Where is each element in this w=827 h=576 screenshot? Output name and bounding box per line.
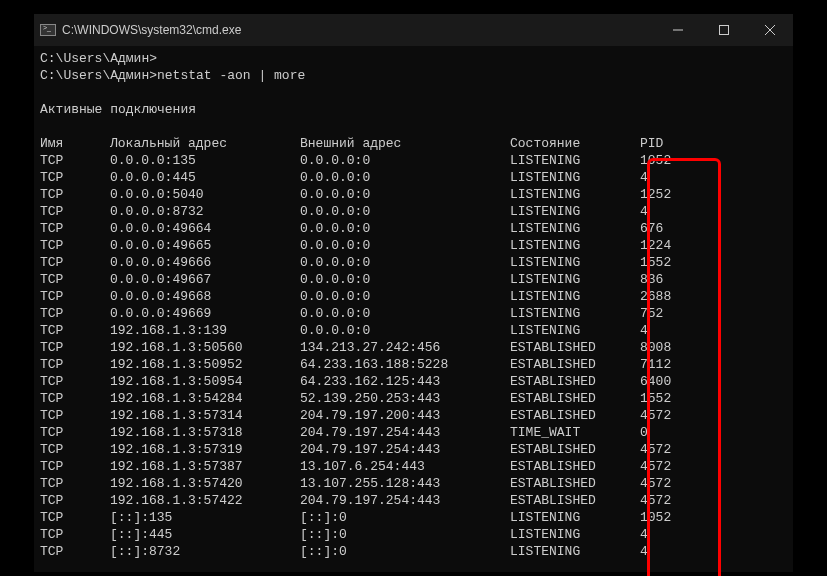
col-local: Локальный адрес [110, 135, 300, 152]
cell-pid: 4572 [640, 458, 700, 475]
table-row: TCP192.168.1.3:57314204.79.197.200:443ES… [40, 407, 787, 424]
cell-pid: 6400 [640, 373, 700, 390]
cell-pid: 8008 [640, 339, 700, 356]
cell-local: 0.0.0.0:8732 [110, 203, 300, 220]
cell-local: 0.0.0.0:445 [110, 169, 300, 186]
cell-local: 192.168.1.3:50560 [110, 339, 300, 356]
cell-pid: 4572 [640, 492, 700, 509]
table-row: TCP192.168.1.3:5095264.233.163.188:5228E… [40, 356, 787, 373]
cell-proto: TCP [40, 254, 110, 271]
cell-foreign: 0.0.0.0:0 [300, 203, 510, 220]
cell-foreign: 0.0.0.0:0 [300, 305, 510, 322]
cell-foreign: 0.0.0.0:0 [300, 288, 510, 305]
cell-foreign: 204.79.197.254:443 [300, 492, 510, 509]
cell-local: 0.0.0.0:49669 [110, 305, 300, 322]
cell-pid: 4 [640, 203, 700, 220]
table-row: TCP[::]:8732[::]:0LISTENING4 [40, 543, 787, 560]
close-button[interactable] [747, 14, 793, 46]
table-row: TCP192.168.1.3:57422204.79.197.254:443ES… [40, 492, 787, 509]
cell-pid: 4572 [640, 407, 700, 424]
table-row: TCP192.168.1.3:57318204.79.197.254:443TI… [40, 424, 787, 441]
cell-foreign: 13.107.255.128:443 [300, 475, 510, 492]
cell-pid: 1052 [640, 509, 700, 526]
table-row: TCP0.0.0.0:87320.0.0.0:0LISTENING4 [40, 203, 787, 220]
cell-proto: TCP [40, 475, 110, 492]
cell-local: 192.168.1.3:54284 [110, 390, 300, 407]
cell-local: 0.0.0.0:49666 [110, 254, 300, 271]
cell-proto: TCP [40, 407, 110, 424]
cell-local: 0.0.0.0:49664 [110, 220, 300, 237]
cell-proto: TCP [40, 152, 110, 169]
col-proto: Имя [40, 135, 110, 152]
cell-pid: 2688 [640, 288, 700, 305]
table-row: TCP192.168.1.3:5738713.107.6.254:443ESTA… [40, 458, 787, 475]
table-row: TCP0.0.0.0:4450.0.0.0:0LISTENING4 [40, 169, 787, 186]
cell-pid: 4 [640, 169, 700, 186]
cell-foreign: 13.107.6.254:443 [300, 458, 510, 475]
cell-local: 192.168.1.3:50952 [110, 356, 300, 373]
col-pid: PID [640, 135, 700, 152]
cell-state: LISTENING [510, 169, 640, 186]
table-row: TCP[::]:445[::]:0LISTENING4 [40, 526, 787, 543]
cell-state: LISTENING [510, 254, 640, 271]
cell-state: LISTENING [510, 543, 640, 560]
cell-pid: 0 [640, 424, 700, 441]
cell-proto: TCP [40, 424, 110, 441]
table-row: TCP0.0.0.0:496650.0.0.0:0LISTENING1224 [40, 237, 787, 254]
cell-state: ESTABLISHED [510, 339, 640, 356]
table-row: TCP[::]:135[::]:0LISTENING1052 [40, 509, 787, 526]
section-heading: Активные подключения [40, 101, 787, 118]
cell-proto: TCP [40, 458, 110, 475]
cell-state: LISTENING [510, 288, 640, 305]
cell-foreign: 0.0.0.0:0 [300, 220, 510, 237]
cell-local: 192.168.1.3:57314 [110, 407, 300, 424]
minimize-button[interactable] [655, 14, 701, 46]
cell-state: LISTENING [510, 322, 640, 339]
prompt-line: C:\Users\Админ> [40, 50, 787, 67]
cell-pid: 1552 [640, 254, 700, 271]
cell-pid: 7112 [640, 356, 700, 373]
cell-local: [::]:445 [110, 526, 300, 543]
cell-pid: 1224 [640, 237, 700, 254]
column-headers: ИмяЛокальный адресВнешний адресСостояние… [40, 135, 787, 152]
cell-local: 192.168.1.3:57387 [110, 458, 300, 475]
cell-proto: TCP [40, 339, 110, 356]
cell-pid: 4572 [640, 441, 700, 458]
cell-proto: TCP [40, 356, 110, 373]
table-row: TCP0.0.0.0:496680.0.0.0:0LISTENING2688 [40, 288, 787, 305]
col-foreign: Внешний адрес [300, 135, 510, 152]
cell-state: LISTENING [510, 186, 640, 203]
table-row: TCP192.168.1.3:1390.0.0.0:0LISTENING4 [40, 322, 787, 339]
cell-state: TIME_WAIT [510, 424, 640, 441]
cell-state: ESTABLISHED [510, 475, 640, 492]
cell-state: LISTENING [510, 237, 640, 254]
cell-local: 192.168.1.3:57422 [110, 492, 300, 509]
blank-line [40, 84, 787, 101]
table-row: TCP192.168.1.3:5095464.233.162.125:443ES… [40, 373, 787, 390]
cell-proto: TCP [40, 220, 110, 237]
cell-state: LISTENING [510, 203, 640, 220]
table-row: TCP0.0.0.0:496690.0.0.0:0LISTENING752 [40, 305, 787, 322]
cell-pid: 1552 [640, 390, 700, 407]
terminal-output[interactable]: C:\Users\Админ> C:\Users\Админ>netstat -… [34, 46, 793, 572]
cell-pid: 1252 [640, 186, 700, 203]
cell-foreign: 0.0.0.0:0 [300, 152, 510, 169]
cell-foreign: [::]:0 [300, 543, 510, 560]
cell-state: LISTENING [510, 509, 640, 526]
cell-foreign: 64.233.162.125:443 [300, 373, 510, 390]
cell-local: [::]:135 [110, 509, 300, 526]
table-row: TCP0.0.0.0:496640.0.0.0:0LISTENING676 [40, 220, 787, 237]
cell-proto: TCP [40, 526, 110, 543]
cell-pid: 836 [640, 271, 700, 288]
cell-foreign: 52.139.250.253:443 [300, 390, 510, 407]
cell-proto: TCP [40, 373, 110, 390]
cmd-icon [40, 24, 56, 36]
maximize-button[interactable] [701, 14, 747, 46]
cell-proto: TCP [40, 186, 110, 203]
title-bar[interactable]: C:\WINDOWS\system32\cmd.exe [34, 14, 793, 46]
table-row: TCP192.168.1.3:5428452.139.250.253:443ES… [40, 390, 787, 407]
cell-foreign: 204.79.197.254:443 [300, 441, 510, 458]
cell-state: ESTABLISHED [510, 458, 640, 475]
cell-state: ESTABLISHED [510, 390, 640, 407]
window-title: C:\WINDOWS\system32\cmd.exe [62, 23, 655, 37]
